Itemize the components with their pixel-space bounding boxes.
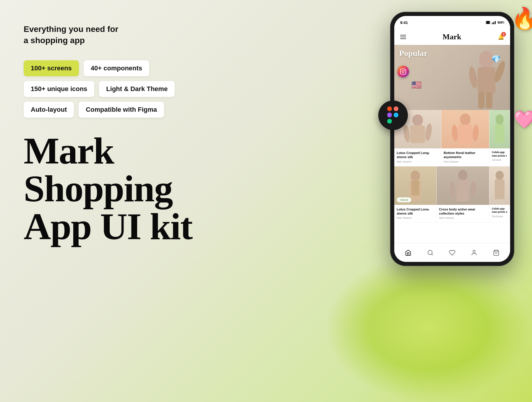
diamond-sticker: 💎 [491, 54, 501, 64]
svg-rect-1 [478, 67, 495, 94]
figma-dot-green [387, 119, 392, 124]
natural-badge: natural [397, 197, 411, 202]
profile-icon [471, 249, 477, 256]
svg-point-20 [411, 171, 420, 181]
product-card-2[interactable]: Bottom floral leather asymmetric New Sea… [441, 110, 489, 166]
svg-point-8 [402, 70, 404, 72]
product-thumb-4: natural [394, 166, 436, 205]
hamburger-line2 [400, 37, 406, 37]
product-grid-row1: 25% Lotus Cropped Long-sleeve silk New S… [394, 110, 510, 166]
notification-bell[interactable]: 🔔 3 [498, 34, 504, 40]
background-blob [325, 254, 532, 402]
product-subtitle-4: New Season [397, 216, 434, 219]
product-grid-row2: natural Lotus Cropped Lona-sleeve silk N… [394, 166, 510, 223]
product-info-1: Lotus Cropped Long-sleeve silk New Seaso… [394, 148, 441, 166]
status-icons: WiFi [486, 21, 504, 24]
popular-section: Popular [394, 45, 510, 223]
product-name-3: Celeb-appnew prints t [492, 151, 507, 158]
product-name-2: Bottom floral leather asymmetric [444, 151, 487, 159]
svg-rect-15 [458, 125, 472, 144]
menu-icon[interactable] [400, 35, 406, 39]
product-thumb-6 [489, 166, 510, 205]
nav-home[interactable] [403, 247, 413, 258]
left-panel: Everything you need fora shopping app 10… [24, 24, 225, 245]
svg-rect-28 [495, 179, 505, 199]
hamburger-line3 [400, 38, 406, 39]
svg-rect-22 [411, 181, 419, 195]
bottom-nav [394, 243, 510, 262]
product-subtitle-2: New Season [444, 160, 487, 163]
product-card-4[interactable]: natural Lotus Cropped Lona-sleeve silk N… [394, 166, 437, 223]
title-line1: Mark [24, 132, 225, 170]
svg-point-26 [470, 181, 477, 198]
app-header: Mark 🔔 3 [394, 29, 510, 45]
figma-dot-red [387, 106, 392, 111]
figma-dot-orange [394, 106, 398, 111]
bag-icon [493, 249, 499, 256]
main-title: Mark Shopping App UI kit [24, 132, 225, 245]
instagram-icon [400, 68, 406, 75]
product-name-1: Lotus Cropped Long-sleeve silk [397, 151, 439, 159]
tagline: Everything you need fora shopping app [24, 24, 225, 46]
badge-layout: Auto-layout [24, 102, 74, 118]
product-image-5 [437, 166, 489, 205]
badge-screens: 100+ screens [24, 60, 79, 76]
svg-point-29 [428, 250, 432, 255]
svg-rect-19 [495, 124, 505, 143]
product-image-6 [489, 166, 510, 205]
product-subtitle-5: New Season [439, 216, 487, 219]
instagram-sticker [397, 66, 409, 77]
hero-image: Popular [394, 45, 510, 110]
wifi-icon: WiFi [497, 21, 504, 24]
figma-dot-blue [394, 113, 398, 117]
product-info-5: Cross body active wear collection styles… [437, 205, 489, 223]
search-icon [427, 249, 434, 256]
product-name-5: Cross body active wear collection styles [439, 207, 487, 216]
phone-mockup: 🔥 🩷 9:41 WiFi [390, 12, 514, 266]
badge-components: 40+ components [84, 60, 149, 76]
svg-point-13 [424, 123, 433, 141]
svg-point-2 [468, 66, 479, 89]
product-subtitle-1: New Season [397, 160, 439, 163]
svg-rect-24 [457, 180, 469, 201]
svg-point-31 [473, 250, 475, 252]
svg-line-30 [432, 254, 433, 255]
app-title: Mark [442, 33, 461, 41]
model-silhouette [451, 45, 510, 110]
product-info-4: Lotus Cropped Lona-sleeve silk New Seaso… [394, 205, 436, 223]
nav-search[interactable] [425, 247, 436, 258]
figma-logo [387, 106, 399, 124]
phone-screen: 9:41 WiFi [394, 16, 510, 262]
signal-icon [492, 21, 496, 24]
status-time: 9:41 [400, 20, 408, 25]
product-card-3[interactable]: Celeb-appnew prints t xclusive [489, 110, 510, 166]
battery-icon [486, 21, 490, 24]
badge-theme: Light & Dark Theme [99, 81, 175, 97]
svg-point-27 [496, 171, 504, 180]
home-icon [405, 249, 411, 256]
svg-rect-7 [400, 69, 406, 74]
product-subtitle-6: Exclusive [492, 215, 507, 218]
phone-frame: 9:41 WiFi [390, 12, 514, 266]
svg-point-25 [449, 181, 456, 198]
svg-rect-11 [410, 125, 425, 143]
nav-profile[interactable] [469, 247, 479, 258]
product-thumb-2 [441, 110, 489, 148]
svg-point-17 [472, 124, 479, 142]
nav-heart[interactable] [447, 247, 458, 258]
nav-bag[interactable] [491, 247, 502, 258]
svg-rect-5 [486, 92, 492, 108]
product-image-3 [489, 110, 510, 148]
product-info-2: Bottom floral leather asymmetric New Sea… [441, 148, 489, 166]
flag-sticker: 🇺🇸 [411, 79, 422, 91]
heart-icon [449, 249, 455, 256]
svg-point-14 [460, 114, 471, 125]
product-card-5[interactable]: Cross body active wear collection styles… [437, 166, 489, 223]
figma-badge [378, 100, 408, 130]
svg-point-23 [458, 170, 468, 181]
hamburger-line1 [400, 35, 406, 35]
product-card-6[interactable]: Celeb-appnew prints v Exclusive [489, 166, 510, 223]
status-bar: 9:41 WiFi [394, 16, 510, 29]
product-name-6: Celeb-appnew prints v [492, 207, 507, 214]
product-thumb-3 [489, 110, 510, 148]
